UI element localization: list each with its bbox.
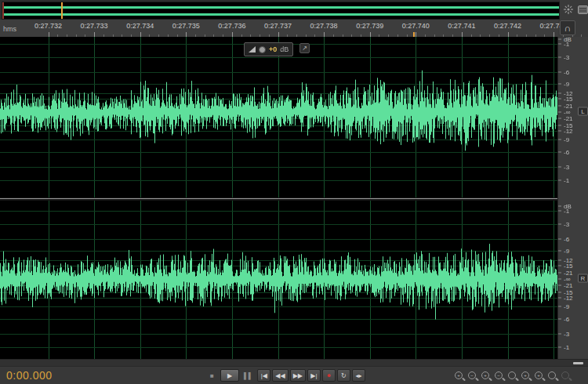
zoom-in-time-button[interactable]: +: [480, 370, 491, 381]
magnifier-icon: −: [495, 371, 503, 379]
time-ruler-label: 0:27.732: [27, 22, 71, 30]
skip-selection-icon: ◂▸: [355, 372, 361, 379]
db-ruler-tick: [558, 139, 561, 140]
overview-playhead[interactable]: [61, 2, 63, 19]
brightness-icon[interactable]: [562, 3, 575, 16]
transport-go-to-end-button[interactable]: ▶|: [307, 369, 321, 382]
db-ruler-tick: [558, 118, 561, 119]
gain-knob-icon[interactable]: [259, 46, 266, 53]
transport-go-to-start-button[interactable]: |◀: [257, 369, 270, 382]
magnifier-icon: +: [521, 371, 529, 379]
time-ruler-label: 0:27.741: [440, 22, 484, 30]
rewind-icon: ◀◀: [275, 372, 285, 379]
db-ruler-tick: [558, 57, 561, 58]
db-ruler-label: -21: [564, 282, 583, 289]
db-ruler-label: -21: [564, 115, 583, 122]
time-ruler-label: 0:27.738: [302, 22, 346, 30]
time-ruler-label: 0:27.733: [72, 22, 116, 30]
db-ruler-tick: [558, 279, 561, 280]
go-to-start-icon: |◀: [261, 372, 267, 379]
transport-fast-forward-button[interactable]: ▶▶: [290, 369, 306, 382]
db-ruler-tick: [558, 347, 561, 348]
db-ruler-tick: [558, 224, 561, 225]
overview-strip: [0, 0, 560, 20]
zoom-out-full-button[interactable]: [506, 370, 517, 381]
zoom-at-in-point-button[interactable]: +: [520, 370, 531, 381]
db-ruler-tick: [558, 292, 561, 293]
time-ruler-label: 0:27.740: [394, 22, 437, 30]
zoom-in-amplitude-button[interactable]: +: [453, 370, 464, 381]
horizontal-scrollbar[interactable]: [0, 359, 588, 366]
gain-value[interactable]: +0: [269, 45, 277, 53]
scrollbar-thumb[interactable]: [573, 362, 583, 364]
db-ruler-label: -6: [564, 316, 583, 323]
db-ruler-label: -9: [564, 303, 583, 310]
overview-waveform-track[interactable]: [2, 2, 560, 20]
zoom-at-out-point-button[interactable]: +: [533, 370, 544, 381]
magnet-icon: ∩: [564, 23, 572, 34]
db-ruler-tick: [558, 239, 561, 240]
zoom-out-time-button[interactable]: −: [493, 370, 504, 381]
db-ruler-tick: [558, 206, 561, 207]
time-ruler-label: 0:27.737: [256, 22, 300, 30]
gain-hud[interactable]: +0 dB: [244, 42, 293, 56]
gain-unit-label: dB: [280, 45, 289, 53]
db-ruler-label: -12: [564, 128, 583, 135]
amplitude-ruler[interactable]: dB-1-3-6-9-12-15-21-∞-21-15-12-9-6-3-1dB…: [557, 37, 588, 359]
transport-skip-selection-button[interactable]: ◂▸: [352, 369, 365, 382]
time-format-label[interactable]: hms: [3, 25, 16, 33]
db-ruler-tick: [558, 319, 561, 320]
zoom-out-amplitude-button[interactable]: −: [466, 370, 477, 381]
db-ruler-tick: [558, 211, 561, 212]
db-ruler-label: -1: [564, 344, 583, 351]
db-ruler-tick: [558, 334, 561, 335]
db-ruler-tick: [558, 180, 561, 181]
grid-icon: [578, 5, 588, 14]
db-ruler-label: -12: [564, 295, 583, 302]
db-ruler-tick: [558, 152, 561, 153]
zoom-reset-button: [560, 370, 571, 381]
transport-record-button[interactable]: ●: [322, 369, 336, 382]
transport-rewind-button[interactable]: ◀◀: [272, 369, 288, 382]
db-ruler-tick: [558, 112, 561, 113]
channel-badge-r[interactable]: R: [578, 274, 588, 283]
db-ruler-tick: [558, 273, 561, 274]
db-ruler-tick: [558, 298, 561, 299]
db-ruler-tick: [558, 260, 561, 261]
db-ruler-tick: [558, 84, 561, 85]
overview-waveform-left: [2, 6, 559, 9]
time-ruler-label: 0:27.734: [118, 22, 162, 30]
overview-selection-edge: [2, 2, 4, 19]
db-ruler-tick: [558, 39, 561, 40]
db-ruler-tick: [558, 106, 561, 107]
waveform-editor-area[interactable]: +0 dB ↗: [0, 37, 557, 359]
transport-stop-button[interactable]: ■: [205, 369, 219, 382]
overview-waveform-right: [2, 13, 559, 16]
db-ruler-tick: [558, 44, 561, 45]
stop-icon: ■: [210, 372, 214, 379]
volume-ramp-icon: [249, 46, 256, 53]
db-ruler-tick: [558, 266, 561, 266]
channel-divider[interactable]: [0, 197, 557, 201]
pause-icon: ▌▌: [244, 372, 252, 379]
channel-badge-l[interactable]: L: [578, 107, 588, 116]
snap-toggle-button[interactable]: ∩: [560, 20, 575, 35]
play-icon: ▶: [227, 372, 232, 379]
time-ruler[interactable]: hms 0:27.7320:27.7330:27.7340:27.7350:27…: [0, 20, 558, 38]
panel-menu-button[interactable]: [576, 3, 588, 16]
current-time-display[interactable]: 0:00.000: [6, 369, 53, 382]
db-ruler-label: -1: [564, 208, 583, 215]
magnifier-icon: [561, 371, 569, 379]
hud-pin-button[interactable]: ↗: [299, 43, 310, 53]
transport-loop-playback-button[interactable]: ↻: [337, 369, 350, 382]
db-ruler-label: -9: [564, 81, 583, 88]
db-ruler-tick: [558, 251, 561, 252]
magnifier-icon: [548, 371, 556, 379]
db-ruler-label: -6: [564, 69, 583, 76]
db-ruler-tick: [558, 72, 561, 73]
time-ruler-label: 0:27.742: [486, 22, 530, 30]
transport-play-button[interactable]: ▶: [220, 369, 239, 382]
transport-pause-button[interactable]: ▌▌: [241, 369, 256, 382]
db-ruler-tick: [558, 167, 561, 168]
zoom-to-selection-button[interactable]: [546, 370, 557, 381]
